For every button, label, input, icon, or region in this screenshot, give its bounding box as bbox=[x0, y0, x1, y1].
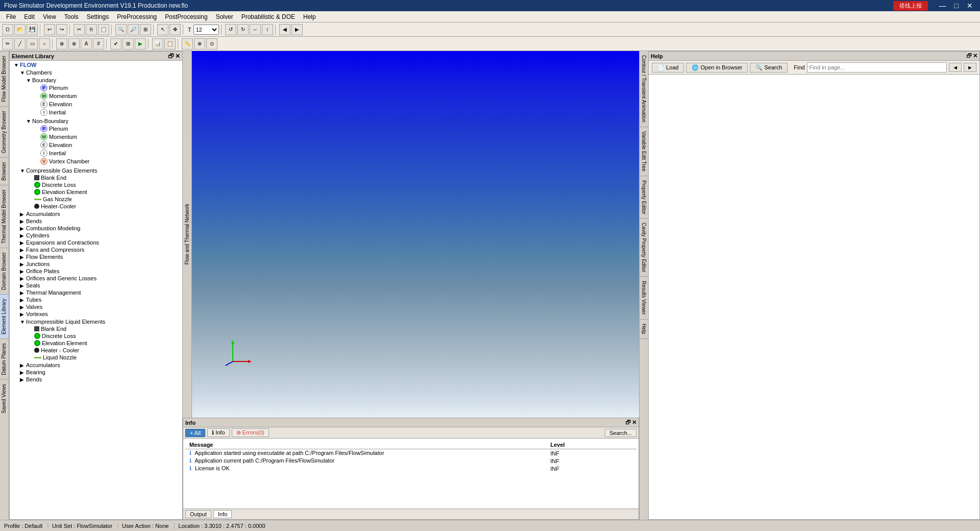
toolbar-btn-open[interactable]: 📂 bbox=[14, 24, 26, 35]
tree-elevation-element[interactable]: Elevation Element bbox=[10, 188, 182, 196]
tree-bearing[interactable]: ▶ Bearing bbox=[10, 369, 182, 376]
toolbar-btn-copy[interactable]: ⎘ bbox=[86, 24, 97, 35]
toolbar-btn-zoom-in[interactable]: 🔍 bbox=[115, 24, 127, 35]
tree-discrete-loss[interactable]: Discrete Loss bbox=[10, 181, 182, 188]
tree-combustion[interactable]: ▶ Combustion Modeling bbox=[10, 225, 182, 232]
tree-momentum-boundary[interactable]: M Momentum bbox=[10, 92, 182, 100]
toolbar-btn-zoom-out[interactable]: 🔎 bbox=[128, 24, 139, 35]
tree-flow-label[interactable]: ▼ FLOW bbox=[10, 61, 182, 68]
tree-elevation-boundary[interactable]: E Elevation bbox=[10, 100, 182, 108]
toolbar-btn-flip-h[interactable]: ↔ bbox=[250, 24, 261, 35]
font-size-select[interactable]: 12 10 14 bbox=[193, 25, 219, 35]
tree-junctions[interactable]: ▶ Junctions bbox=[10, 260, 182, 268]
tree-blank-end[interactable]: Blank End bbox=[10, 174, 182, 181]
nav-back-btn[interactable]: ◄ bbox=[949, 63, 962, 72]
menu-help[interactable]: Help bbox=[299, 12, 320, 21]
left-tab-saved-views[interactable]: Saved Views bbox=[0, 379, 9, 418]
tree-thermal-mgmt[interactable]: ▶ Thermal Management bbox=[10, 289, 182, 296]
toolbar-btn-results[interactable]: 📋 bbox=[164, 38, 176, 50]
menu-preprocessing[interactable]: PreProcessing bbox=[113, 12, 161, 21]
help-search-btn[interactable]: 🔍 Search bbox=[750, 63, 788, 73]
help-browser-btn[interactable]: 🌐 Open in Browser bbox=[686, 63, 748, 73]
tree-momentum-nonboundary[interactable]: M Momentum bbox=[10, 133, 182, 141]
info-restore-btn[interactable]: 🗗 bbox=[625, 419, 631, 426]
left-tab-flow-model[interactable]: Flow Model Browser bbox=[0, 51, 9, 106]
toolbar-btn-connect[interactable]: ⊗ bbox=[68, 38, 80, 50]
left-tab-thermal[interactable]: Thermal Model Browser bbox=[0, 185, 9, 248]
right-tab-help[interactable]: Help bbox=[640, 320, 648, 339]
help-restore-btn[interactable]: 🗗 bbox=[966, 53, 972, 59]
tree-orifice-plates[interactable]: ▶ Orifice Plates bbox=[10, 268, 182, 275]
menu-edit[interactable]: Edit bbox=[20, 12, 39, 21]
toolbar-btn-path[interactable]: ⊙ bbox=[206, 38, 217, 50]
tree-compressible-row[interactable]: ▼ Compressible Gas Elements bbox=[10, 167, 182, 174]
tree-discrete-loss-2[interactable]: Discrete Loss bbox=[10, 332, 182, 340]
close-btn[interactable]: ✕ bbox=[964, 2, 976, 10]
right-tab-contour[interactable]: Contour / Transient Animation bbox=[640, 51, 648, 127]
info-tab-errors[interactable]: ⊗ Errors(0) bbox=[232, 428, 269, 437]
left-tab-browser[interactable]: Browser bbox=[0, 157, 9, 185]
tree-elevation-nonboundary[interactable]: E Elevation bbox=[10, 141, 182, 149]
tree-expansions[interactable]: ▶ Expansions and Contractions bbox=[10, 239, 182, 246]
help-close-btn[interactable]: ✕ bbox=[973, 53, 977, 59]
element-library-close[interactable]: ✕ bbox=[175, 53, 180, 60]
toolbar-btn-select[interactable]: ↖ bbox=[157, 24, 168, 35]
toolbar-btn-undo[interactable]: ↩ bbox=[44, 24, 55, 35]
tree-cylinders[interactable]: ▶ Cylinders bbox=[10, 232, 182, 239]
toolbar-btn-table[interactable]: ⊞ bbox=[122, 38, 134, 50]
toolbar-btn-chart[interactable]: 📊 bbox=[152, 38, 163, 50]
info-search-btn[interactable]: Search... bbox=[605, 429, 636, 437]
toolbar-btn-grid[interactable]: # bbox=[93, 38, 104, 50]
chinese-button[interactable]: 搭线上报 bbox=[893, 1, 928, 11]
tree-fans[interactable]: ▶ Fans and Compressors bbox=[10, 246, 182, 253]
tree-chambers-row[interactable]: ▼ Chambers bbox=[10, 69, 182, 76]
toolbar-btn-fit[interactable]: ⊞ bbox=[140, 24, 151, 35]
toolbar-btn-circle[interactable]: ○ bbox=[39, 38, 50, 50]
nav-fwd-btn[interactable]: ► bbox=[964, 63, 976, 72]
menu-view[interactable]: View bbox=[39, 12, 60, 21]
left-tab-datum[interactable]: Datum Planes bbox=[0, 339, 9, 379]
menu-tools[interactable]: Tools bbox=[60, 12, 83, 21]
menu-postprocessing[interactable]: PostProcessing bbox=[161, 12, 211, 21]
tree-inertial-boundary[interactable]: I Inertial bbox=[10, 108, 182, 116]
tree-heater-cooler-2[interactable]: Heater - Cooler bbox=[10, 347, 182, 354]
tree-liquid-nozzle[interactable]: Liquid Nozzle bbox=[10, 354, 182, 361]
toolbar-btn-probe[interactable]: ⊕ bbox=[194, 38, 205, 50]
tree-tubes[interactable]: ▶ Tubes bbox=[10, 296, 182, 303]
tree-vortex-chamber[interactable]: V Vortex Chamber bbox=[10, 157, 182, 165]
tree-incompressible-row[interactable]: ▼ Incompressible Liquid Elements bbox=[10, 318, 182, 325]
left-tab-geometry[interactable]: Geometry Browser bbox=[0, 106, 9, 157]
tree-boundary-row[interactable]: ▼ Boundary bbox=[10, 77, 182, 84]
toolbar-btn-line[interactable]: ╱ bbox=[14, 38, 26, 50]
minimize-btn[interactable]: — bbox=[936, 2, 949, 10]
find-input[interactable] bbox=[807, 62, 947, 73]
left-tab-domain[interactable]: Domain Browser bbox=[0, 248, 9, 294]
menu-file[interactable]: File bbox=[2, 12, 20, 21]
toolbar-btn-back[interactable]: ◀ bbox=[279, 24, 290, 35]
tree-plenum-nonboundary[interactable]: P Plenum bbox=[10, 125, 182, 133]
info-tab-info[interactable]: ℹ Info bbox=[207, 428, 229, 437]
canvas-side-tab[interactable]: Flow and Thermal Network bbox=[183, 51, 192, 418]
toolbar-btn-rotate-right[interactable]: ↻ bbox=[237, 24, 249, 35]
toolbar-btn-save[interactable]: 💾 bbox=[27, 24, 38, 35]
output-tab-info[interactable]: Info bbox=[213, 510, 232, 518]
tree-bends-2[interactable]: ▶ Bends bbox=[10, 376, 182, 383]
tree-heater-cooler[interactable]: Heater-Cooler bbox=[10, 203, 182, 210]
output-tab-output[interactable]: Output bbox=[185, 510, 211, 518]
toolbar-btn-cut[interactable]: ✂ bbox=[74, 24, 85, 35]
element-library-restore[interactable]: 🗗 bbox=[168, 53, 174, 60]
tree-plenum-boundary[interactable]: P Plenum bbox=[10, 84, 182, 92]
toolbar-btn-label[interactable]: A bbox=[81, 38, 92, 50]
help-load-btn[interactable]: 📄 Load bbox=[652, 63, 684, 73]
toolbar-btn-paste[interactable]: 📋 bbox=[98, 24, 109, 35]
info-close-btn[interactable]: ✕ bbox=[632, 419, 636, 426]
toolbar-btn-redo[interactable]: ↪ bbox=[56, 24, 67, 35]
toolbar-btn-check[interactable]: ✔ bbox=[110, 38, 121, 50]
right-tab-property[interactable]: Property Editor bbox=[640, 176, 648, 219]
tree-elevation-element-2[interactable]: Elevation Element bbox=[10, 340, 182, 347]
tree-nonboundary-row[interactable]: ▼ Non-Boundary bbox=[10, 117, 182, 125]
tree-blank-end-2[interactable]: Blank End bbox=[10, 325, 182, 332]
tree-orifices-generic[interactable]: ▶ Orifices and Generic Losses bbox=[10, 275, 182, 282]
tree-valves[interactable]: ▶ Valves bbox=[10, 303, 182, 310]
tree-inertial-nonboundary[interactable]: I Inertial bbox=[10, 149, 182, 157]
